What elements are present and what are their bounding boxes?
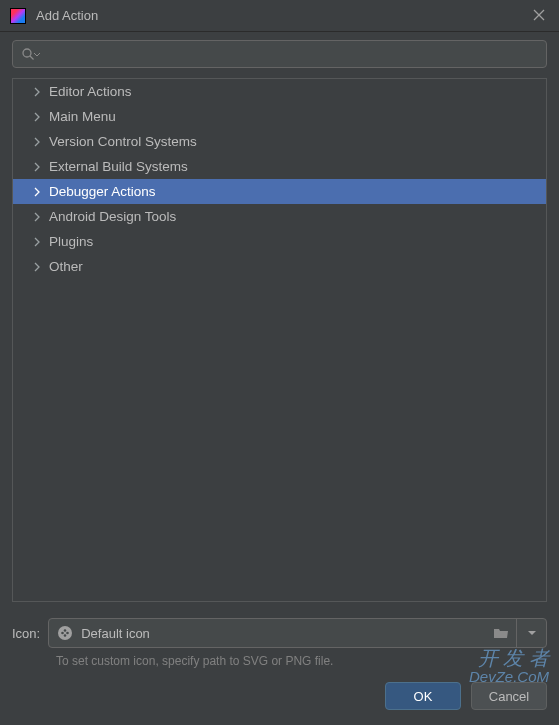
search-row <box>0 32 559 74</box>
close-icon <box>533 9 545 21</box>
icon-dropdown-button[interactable] <box>516 619 546 647</box>
tree-item-label: Main Menu <box>49 109 116 124</box>
close-button[interactable] <box>529 5 549 27</box>
tree-item[interactable]: Main Menu <box>13 104 546 129</box>
tree-item-label: External Build Systems <box>49 159 188 174</box>
tree-item[interactable]: Debugger Actions <box>13 179 546 204</box>
tree-item[interactable]: Version Control Systems <box>13 129 546 154</box>
svg-point-4 <box>58 626 72 640</box>
app-icon <box>10 8 26 24</box>
tree-item-label: Other <box>49 259 83 274</box>
chevron-down-icon <box>527 628 537 638</box>
tree-item-label: Debugger Actions <box>49 184 156 199</box>
chevron-right-icon <box>33 137 41 147</box>
search-input[interactable] <box>47 47 538 62</box>
tree-item[interactable]: Plugins <box>13 229 546 254</box>
icon-path-value: Default icon <box>81 626 486 641</box>
tree-item[interactable]: Editor Actions <box>13 79 546 104</box>
svg-point-6 <box>64 629 67 632</box>
button-row: OK Cancel <box>12 682 547 710</box>
icon-label: Icon: <box>12 626 40 641</box>
search-dropdown-icon[interactable] <box>33 45 41 63</box>
icon-row: Icon: Default icon <box>12 618 547 648</box>
cancel-button[interactable]: Cancel <box>471 682 547 710</box>
default-icon-preview <box>57 625 73 641</box>
chevron-right-icon <box>33 162 41 172</box>
chevron-right-icon <box>33 87 41 97</box>
action-tree[interactable]: Editor ActionsMain MenuVersion Control S… <box>12 78 547 602</box>
chevron-right-icon <box>33 262 41 272</box>
tree-item[interactable]: Other <box>13 254 546 279</box>
titlebar: Add Action <box>0 0 559 32</box>
icon-path-field[interactable]: Default icon <box>48 618 547 648</box>
tree-item-label: Plugins <box>49 234 93 249</box>
tree-item-label: Editor Actions <box>49 84 132 99</box>
chevron-right-icon <box>33 212 41 222</box>
ok-button[interactable]: OK <box>385 682 461 710</box>
folder-icon <box>493 626 509 640</box>
search-box[interactable] <box>12 40 547 68</box>
chevron-right-icon <box>33 237 41 247</box>
icon-hint: To set custom icon, specify path to SVG … <box>56 654 547 668</box>
chevron-right-icon <box>33 112 41 122</box>
window-title: Add Action <box>36 8 529 23</box>
chevron-right-icon <box>33 187 41 197</box>
svg-point-7 <box>66 632 69 635</box>
browse-button[interactable] <box>486 619 516 647</box>
tree-item[interactable]: Android Design Tools <box>13 204 546 229</box>
svg-point-5 <box>61 632 64 635</box>
footer: Icon: Default icon <box>0 610 559 722</box>
tree-item-label: Version Control Systems <box>49 134 197 149</box>
svg-point-2 <box>23 49 31 57</box>
svg-point-8 <box>64 634 67 637</box>
tree-item-label: Android Design Tools <box>49 209 176 224</box>
tree-item[interactable]: External Build Systems <box>13 154 546 179</box>
